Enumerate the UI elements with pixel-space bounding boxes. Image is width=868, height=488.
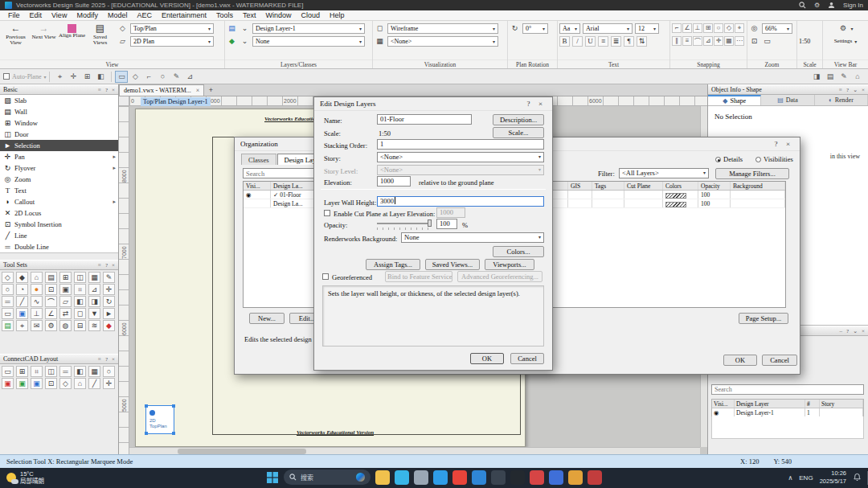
snap-icon[interactable]: ⊥ <box>693 23 702 33</box>
table-column-header[interactable]: Story <box>820 400 863 408</box>
table-column-header[interactable]: # <box>805 400 820 408</box>
font-family-dropdown[interactable]: Arial <box>583 23 633 34</box>
object-info-header[interactable]: Object Info - Shape ≡ ? ⌄ × <box>708 84 868 95</box>
text-format-icon[interactable]: B <box>559 36 570 47</box>
page-setup-button[interactable]: Page Setup... <box>739 313 788 324</box>
palette-close-icon[interactable]: × <box>112 262 115 269</box>
render-background-dropdown[interactable]: <None> <box>387 36 498 47</box>
toolbar-icon[interactable]: ⌂ <box>851 71 864 83</box>
tool-icon[interactable]: ◍ <box>59 320 72 331</box>
tool-icon[interactable]: ✛ <box>103 284 115 295</box>
org-cancel-button[interactable]: Cancel <box>762 355 797 366</box>
tool-icon[interactable]: ◨ <box>88 296 100 307</box>
name-field[interactable]: 01-Floor <box>377 114 472 125</box>
cut-plane-checkbox[interactable] <box>324 210 330 216</box>
toolbar-icon[interactable]: ⊞ <box>80 71 93 83</box>
assign-tags-button[interactable]: Assign Tags... <box>366 259 420 270</box>
new-layer-button[interactable]: New... <box>249 313 285 324</box>
toolbar-icon[interactable]: ▭ <box>115 71 128 83</box>
toolbar-icon[interactable]: ✎ <box>837 71 850 83</box>
tool-icon[interactable]: ▦ <box>88 272 100 283</box>
cancel-button[interactable]: Cancel <box>510 353 544 364</box>
palette-close-icon[interactable]: × <box>112 356 115 363</box>
hidden-icons-chevron[interactable]: ∧ <box>788 474 792 482</box>
menu-item[interactable]: File <box>3 11 25 19</box>
snap-icon[interactable]: ⋯ <box>735 36 744 46</box>
text-format-icon[interactable]: U <box>585 36 596 47</box>
basic-tool-item[interactable]: ⊡ Symbol Insertion <box>0 219 118 230</box>
fit-page-icon[interactable]: ⊡ <box>749 36 760 47</box>
scale-button[interactable]: Scale... <box>493 127 544 138</box>
taskbar-app-icon[interactable] <box>568 470 583 485</box>
toolbar-icon[interactable]: ⌐ <box>142 71 155 83</box>
palette-help-icon[interactable]: ? <box>846 87 849 93</box>
auto-plane-toggle[interactable]: Auto-Plane ▾ <box>3 73 46 80</box>
saved-views-button[interactable]: Saved Views... <box>425 259 480 270</box>
georeferenced-checkbox[interactable] <box>322 273 329 280</box>
view-mode-dropdown[interactable]: Top/Plan <box>130 23 214 34</box>
basic-tool-item[interactable]: ► Selection <box>0 140 118 151</box>
tool-icon[interactable]: ⊿ <box>88 284 100 295</box>
tool-icon[interactable]: ◻ <box>74 308 86 319</box>
plan-mode-dropdown[interactable]: 2D Plan <box>130 36 214 47</box>
menu-item[interactable]: Window <box>261 11 297 19</box>
tool-icon[interactable]: ⊟ <box>74 320 86 331</box>
snap-icon[interactable]: ⌐ <box>672 23 682 33</box>
tool-icon[interactable]: ═ <box>59 366 72 377</box>
org-ok-button[interactable]: OK <box>723 355 757 366</box>
tool-icon[interactable]: ═ <box>2 296 14 307</box>
navigation-search-input[interactable] <box>711 384 864 395</box>
visibilities-radio[interactable]: Visibilities <box>755 155 793 163</box>
snap-icon[interactable]: ∥ <box>672 36 682 46</box>
sign-in-link[interactable]: Sign In <box>843 2 863 9</box>
connectcad-palette-header[interactable]: ConnectCAD Layout ≡ ? × <box>0 354 118 364</box>
text-format-icon[interactable]: / <box>572 36 583 47</box>
document-tab[interactable]: demo1.vwx - WATERM... × <box>119 84 204 96</box>
dialog-help-button[interactable]: ? <box>770 140 782 148</box>
basic-palette-header[interactable]: Basic ≡ ? × <box>0 84 118 95</box>
active-layer-dropdown[interactable]: Design Layer-1 <box>252 23 365 34</box>
menu-item[interactable]: Entertainment <box>157 11 211 19</box>
settings-button[interactable]: Settings <box>834 38 853 44</box>
manage-filters-button[interactable]: Manage Filters... <box>715 168 789 179</box>
basic-tool-item[interactable]: T Text <box>0 185 118 196</box>
basic-tool-item[interactable]: ↻ Flyover ▸ <box>0 162 118 174</box>
palette-close-icon[interactable]: × <box>112 87 115 93</box>
tool-icon[interactable]: ⊥ <box>31 308 43 319</box>
toolbar-icon[interactable]: ○ <box>156 71 169 83</box>
ok-button[interactable]: OK <box>470 353 504 364</box>
details-radio[interactable]: Details <box>715 155 743 163</box>
weather-widget[interactable]: 15°C局部晴朗 <box>6 470 44 485</box>
gear-icon[interactable]: ⚙ <box>814 2 820 9</box>
tool-icon[interactable]: ▱ <box>59 296 72 307</box>
menu-item[interactable]: Tools <box>211 11 238 19</box>
basic-tool-item[interactable]: ◫ Door <box>0 129 118 140</box>
wall-height-field[interactable]: 3000 <box>377 196 544 207</box>
tool-icon[interactable]: ⊡ <box>45 284 57 295</box>
search-icon[interactable] <box>799 2 806 9</box>
new-tab-button[interactable]: + <box>204 84 217 96</box>
tool-icon[interactable]: ▤ <box>45 272 57 283</box>
text-format-icon[interactable]: ≡ <box>598 36 608 47</box>
taskbar-app-icon[interactable] <box>510 470 525 485</box>
tool-icon[interactable]: ○ <box>2 284 14 295</box>
dialog-close-button[interactable]: × <box>534 100 547 108</box>
dialog-close-button[interactable]: × <box>782 140 794 148</box>
tool-icon[interactable]: ✎ <box>103 272 115 283</box>
tool-icon[interactable]: ⌗ <box>31 366 43 377</box>
tool-icon[interactable]: ⌂ <box>74 378 86 389</box>
menu-item[interactable]: View <box>47 11 72 19</box>
tab-close-icon[interactable]: × <box>196 87 200 94</box>
tool-icon[interactable]: ⊞ <box>59 272 72 283</box>
basic-tool-item[interactable]: ▨ Slab <box>0 95 118 106</box>
basic-tool-item[interactable]: ▤ Wall <box>0 106 118 117</box>
toolbar-icon[interactable]: ⌖ <box>53 71 66 83</box>
tool-icon[interactable]: ╱ <box>88 378 100 389</box>
view-reference-chip[interactable]: Top/Plan Design Layer-1 <box>141 97 211 106</box>
table-column-header[interactable]: Background <box>731 182 785 190</box>
snap-icon[interactable]: ⌖ <box>735 23 744 33</box>
user-icon[interactable] <box>828 2 835 9</box>
taskbar-app-icon[interactable] <box>588 470 602 485</box>
taskbar-search[interactable]: 搜索 <box>284 470 371 485</box>
basic-tool-item[interactable]: ✕ 2D Locus <box>0 207 118 219</box>
